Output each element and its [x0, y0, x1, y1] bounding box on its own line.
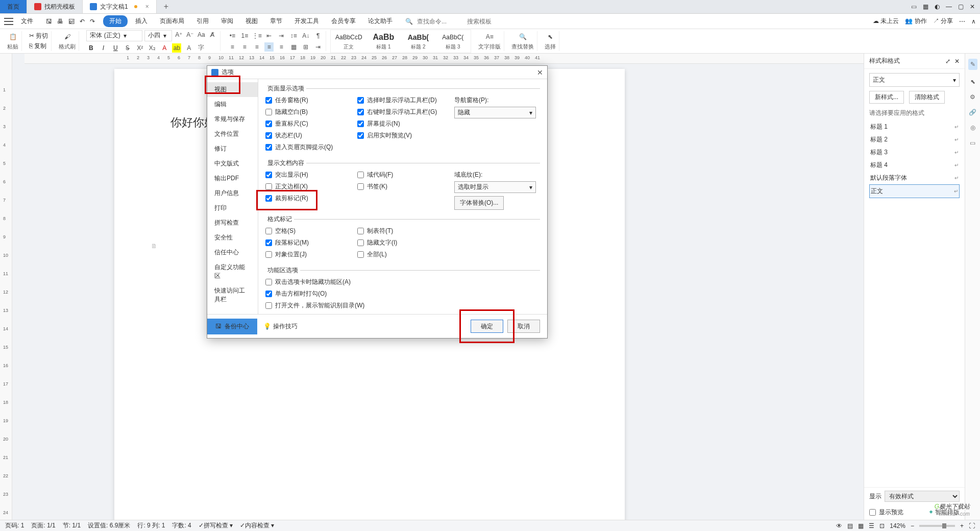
- style-h3[interactable]: AaBbC(标题 3: [436, 31, 470, 52]
- dialog-nav-item[interactable]: 修订: [207, 141, 258, 156]
- current-style-select[interactable]: 正文▾: [869, 73, 960, 87]
- layout-icon[interactable]: ▭: [911, 3, 917, 10]
- dialog-nav-item[interactable]: 文件位置: [207, 127, 258, 141]
- share-button[interactable]: ↗ 分享: [933, 17, 953, 26]
- command-search-input[interactable]: [417, 18, 463, 25]
- view-read-icon[interactable]: 👁: [836, 522, 842, 529]
- dialog-nav-item[interactable]: 快速访问工具栏: [207, 283, 258, 307]
- status-line-col[interactable]: 行: 9 列: 1: [137, 521, 165, 530]
- hamburger-icon[interactable]: [4, 18, 13, 25]
- ok-button[interactable]: 确定: [471, 320, 503, 333]
- shading-icon[interactable]: ▦: [289, 42, 298, 52]
- option-checkbox[interactable]: 裁剪标记(R): [265, 194, 357, 203]
- cloud-status[interactable]: ☁ 未上云: [873, 17, 899, 26]
- bullets-icon[interactable]: •≡: [228, 31, 237, 40]
- tips-link[interactable]: 💡操作技巧: [257, 319, 304, 334]
- user-avatar-icon[interactable]: ◐: [935, 3, 940, 10]
- view-outline-icon[interactable]: ☰: [869, 522, 874, 529]
- option-checkbox[interactable]: 进入页眉页脚提示(Q): [265, 143, 357, 152]
- indent-inc-icon[interactable]: ⇥: [277, 31, 286, 40]
- option-checkbox[interactable]: 启用实时预览(V): [357, 131, 449, 140]
- new-style-button[interactable]: 新样式...: [869, 91, 904, 104]
- pencil-icon[interactable]: ✎: [968, 59, 977, 70]
- backup-center-button[interactable]: 🖫备份中心: [207, 319, 257, 334]
- align-right-icon[interactable]: ≡: [252, 42, 261, 52]
- dialog-titlebar[interactable]: 选项 ✕: [207, 66, 547, 79]
- zoom-slider[interactable]: [919, 525, 955, 527]
- collaborate-button[interactable]: 👥 协作: [905, 17, 926, 26]
- chevron-down-icon[interactable]: ⋯: [959, 18, 965, 25]
- horizontal-ruler[interactable]: 1234567891011121314151617181920212223242…: [24, 54, 864, 64]
- align-justify-icon[interactable]: ≡: [264, 42, 274, 52]
- cursor-icon[interactable]: ⬉: [970, 78, 975, 85]
- collapse-ribbon-icon[interactable]: ∧: [971, 18, 976, 25]
- tab-insert[interactable]: 插入: [131, 15, 152, 28]
- option-checkbox[interactable]: 正文边框(X): [265, 182, 357, 191]
- tab-review[interactable]: 审阅: [216, 15, 238, 28]
- tab-home[interactable]: 首页: [0, 0, 27, 13]
- char-border-icon[interactable]: A: [184, 43, 193, 53]
- status-word-count[interactable]: 字数: 4: [172, 521, 191, 530]
- style-gallery[interactable]: AaBbCcD正文 AaBb标题 1 AaBb(标题 2 AaBbC(标题 3: [330, 30, 471, 53]
- style-list-item[interactable]: 标题 4↵: [869, 159, 960, 172]
- copy-button[interactable]: ⎘ 复制: [29, 42, 46, 51]
- numbering-icon[interactable]: 1≡: [240, 31, 249, 40]
- status-page-number[interactable]: 页码: 1: [5, 521, 24, 530]
- option-checkbox[interactable]: 选择时显示浮动工具栏(D): [357, 96, 449, 105]
- underline-icon[interactable]: U: [111, 43, 120, 53]
- cancel-button[interactable]: 取消: [507, 320, 540, 333]
- cut-button[interactable]: ✂ 剪切: [29, 32, 48, 40]
- option-checkbox[interactable]: 隐藏文字(I): [357, 238, 449, 247]
- vertical-ruler[interactable]: 123456789101112131415161718192021222324: [0, 54, 12, 520]
- print-preview-icon[interactable]: 🖶: [57, 18, 63, 25]
- location-icon[interactable]: ◎: [970, 124, 975, 131]
- option-checkbox[interactable]: 制表符(T): [357, 227, 449, 235]
- option-checkbox[interactable]: 屏幕提示(N): [357, 119, 449, 128]
- dialog-nav-item[interactable]: 用户信息: [207, 186, 258, 201]
- view-print-icon[interactable]: ▤: [847, 522, 853, 529]
- style-list-item[interactable]: 标题 3↵: [869, 146, 960, 159]
- tab-start[interactable]: 开始: [103, 15, 128, 27]
- borders-icon[interactable]: ⊞: [301, 42, 310, 52]
- sort-icon[interactable]: A↓: [301, 31, 310, 40]
- phonetic-icon[interactable]: 字: [197, 43, 206, 53]
- dialog-nav-item[interactable]: 中文版式: [207, 156, 258, 171]
- option-checkbox[interactable]: 任务窗格(R): [265, 96, 357, 105]
- find-icon[interactable]: 🔍: [518, 32, 528, 42]
- align-dist-icon[interactable]: ≡: [277, 42, 286, 52]
- strike-icon[interactable]: S̶: [123, 43, 132, 53]
- style-list-item[interactable]: 标题 1↵: [869, 120, 960, 133]
- settings-icon[interactable]: ⚙: [970, 93, 975, 101]
- apps-icon[interactable]: ▦: [923, 3, 928, 10]
- tab-thesis[interactable]: 论文助手: [363, 15, 397, 28]
- clear-format-icon[interactable]: A̸: [208, 30, 217, 39]
- book-icon[interactable]: ▭: [970, 139, 975, 147]
- style-h2[interactable]: AaBb(标题 2: [401, 31, 435, 52]
- link-icon[interactable]: 🔗: [969, 109, 976, 116]
- status-spellcheck[interactable]: ✓拼写检查 ▾: [199, 521, 233, 530]
- option-checkbox[interactable]: 状态栏(U): [265, 131, 357, 140]
- file-menu[interactable]: 文件: [16, 15, 38, 28]
- change-case-icon[interactable]: Aa: [197, 30, 206, 39]
- option-checkbox[interactable]: 突出显示(H): [265, 171, 357, 179]
- dialog-nav-item[interactable]: 自定义功能区: [207, 260, 258, 283]
- style-list-item[interactable]: 默认段落字体↵: [869, 172, 960, 184]
- status-section[interactable]: 节: 1/1: [63, 521, 81, 530]
- tab-templates[interactable]: 找稻壳模板: [27, 0, 83, 13]
- option-checkbox[interactable]: 空格(S): [265, 227, 357, 235]
- superscript-icon[interactable]: X²: [135, 43, 144, 53]
- option-checkbox[interactable]: 用Ctrl + 单击跟踪超链接(O): [265, 313, 459, 314]
- status-page-count[interactable]: 页面: 1/1: [31, 521, 55, 530]
- dialog-nav-item[interactable]: 打印: [207, 201, 258, 215]
- tab-devtools[interactable]: 开发工具: [290, 15, 324, 28]
- font-family-select[interactable]: 宋体 (正文)▾: [86, 30, 142, 41]
- option-checkbox[interactable]: 右键时显示浮动工具栏(G): [357, 108, 449, 116]
- dialog-nav-item[interactable]: 输出PDF: [207, 171, 258, 186]
- option-checkbox[interactable]: 对象位置(J): [265, 250, 357, 259]
- style-list-item[interactable]: 标题 2↵: [869, 133, 960, 146]
- minimize-icon[interactable]: —: [946, 3, 952, 10]
- template-search-input[interactable]: [467, 18, 513, 25]
- multilevel-icon[interactable]: ⋮≡: [252, 31, 261, 40]
- zoom-in-icon[interactable]: +: [960, 522, 964, 529]
- align-left-icon[interactable]: ≡: [228, 42, 237, 52]
